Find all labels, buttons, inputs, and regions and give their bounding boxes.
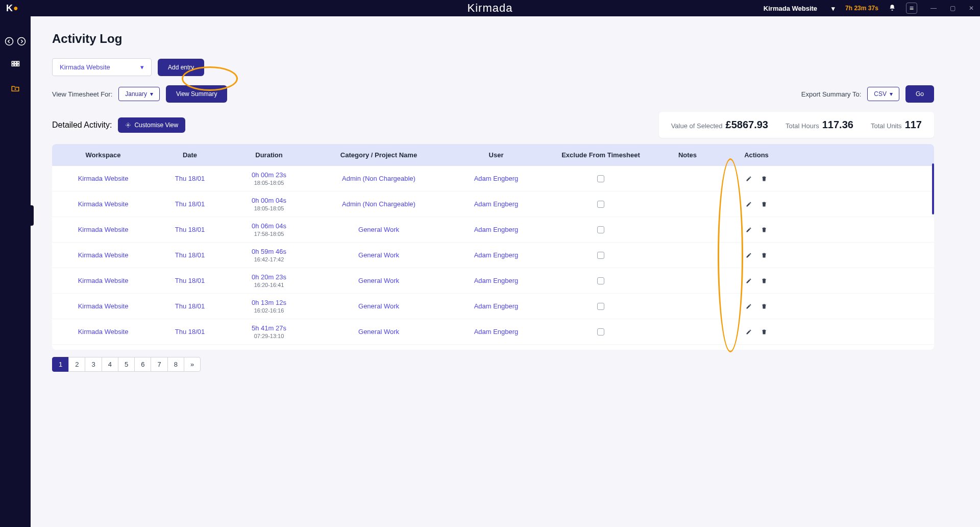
value-label: Value of Selected [671,122,723,130]
edit-icon[interactable] [746,278,752,284]
page-8[interactable]: 8 [167,357,184,372]
page-4[interactable]: 4 [102,357,118,372]
exclude-checkbox[interactable] [597,252,604,259]
page-3[interactable]: 3 [85,357,102,372]
delete-icon[interactable] [761,329,767,335]
cell-user: Adam Engberg [445,251,547,259]
exclude-checkbox[interactable] [597,328,604,336]
page-1[interactable]: 1 [52,357,69,372]
app-logo: K● [6,3,18,14]
col-notes: Notes [654,151,721,159]
view-summary-button[interactable]: View Summary [166,85,227,103]
col-exclude: Exclude From Timesheet [547,151,654,159]
cell-exclude [547,252,654,259]
cell-exclude [547,226,654,233]
export-format-select[interactable]: CSV ▾ [867,87,899,101]
cell-user: Adam Engberg [445,302,547,310]
main-content: Activity Log Kirmada Website ▾ Add entry… [31,16,980,527]
logo-dot: ● [13,4,18,13]
edit-icon[interactable] [746,176,752,182]
units-amount: 117 [905,119,922,130]
exclude-checkbox[interactable] [597,277,604,284]
workspace-select[interactable]: Kirmada Website ▾ [764,5,835,12]
gear-icon [125,122,131,128]
delete-icon[interactable] [761,252,767,258]
page-6[interactable]: 6 [134,357,151,372]
cell-workspace: Kirmada Website [52,175,154,182]
exclude-checkbox[interactable] [597,175,604,182]
grid-icon[interactable] [11,60,20,69]
cell-workspace: Kirmada Website [52,251,154,259]
svg-rect-4 [17,61,19,63]
svg-rect-6 [15,64,17,66]
export-label: Export Summary To: [801,90,862,98]
stats-panel: Value of Selected£5867.93 Total Hours117… [659,112,934,138]
edit-icon[interactable] [746,252,752,258]
edit-icon[interactable] [746,303,752,309]
cell-actions [721,252,792,258]
page-»[interactable]: » [184,357,201,372]
cell-exclude [547,303,654,310]
caret-down-icon: ▾ [140,63,144,71]
customise-view-button[interactable]: Customise View [118,117,185,133]
pagination: 12345678» [52,357,934,372]
delete-icon[interactable] [761,176,767,182]
month-select[interactable]: January ▾ [118,87,160,101]
top-bar: K● Kirmada Kirmada Website ▾ 7h 23m 37s … [0,0,980,16]
page-5[interactable]: 5 [118,357,135,372]
edit-icon[interactable] [746,227,752,233]
folder-add-icon[interactable] [11,84,20,93]
chevron-down-icon: ▾ [150,90,153,98]
cell-category: General Work [312,226,445,233]
exclude-checkbox[interactable] [597,226,604,233]
cell-date: Thu 18/01 [154,277,226,284]
cell-date: Thu 18/01 [154,175,226,182]
col-duration: Duration [226,151,312,159]
edit-icon[interactable] [746,329,752,335]
add-entry-button[interactable]: Add entry [158,59,204,76]
delete-icon[interactable] [761,227,767,233]
svg-point-8 [128,124,129,126]
close-icon[interactable]: ✕ [969,5,974,12]
workspace-filter[interactable]: Kirmada Website ▾ [52,58,152,76]
edit-icon[interactable] [746,201,752,207]
go-button[interactable]: Go [905,85,934,103]
cell-workspace: Kirmada Website [52,277,154,284]
month-label: January [125,90,147,98]
cell-date: Thu 18/01 [154,200,226,208]
page-title: Activity Log [52,32,934,46]
cell-category: Admin (Non Chargeable) [312,200,445,208]
app-name: Kirmada [468,2,513,15]
activity-table: Workspace Date Duration Category / Proje… [52,144,934,350]
delete-icon[interactable] [761,303,767,309]
nav-forward-icon[interactable] [17,37,26,46]
cell-exclude [547,277,654,284]
maximize-icon[interactable]: ▢ [950,5,955,12]
nav-back-icon[interactable] [5,37,14,46]
table-row: Kirmada Website Thu 18/01 0h 13m 12s16:0… [52,294,934,319]
cell-user: Adam Engberg [445,328,547,336]
cell-user: Adam Engberg [445,277,547,284]
svg-rect-3 [15,61,17,63]
menu-icon[interactable]: ≡ [906,3,917,14]
cell-exclude [547,201,654,208]
cell-actions [721,176,792,182]
hours-amount: 117.36 [822,119,853,130]
exclude-checkbox[interactable] [597,303,604,310]
delete-icon[interactable] [761,278,767,284]
customise-label: Customise View [134,122,178,129]
workspace-filter-label: Kirmada Website [60,63,110,71]
scrollbar[interactable] [932,163,934,214]
cell-exclude [547,175,654,182]
minimize-icon[interactable]: — [930,5,937,12]
svg-rect-2 [12,61,14,63]
page-2[interactable]: 2 [68,357,85,372]
exclude-checkbox[interactable] [597,201,604,208]
bell-icon[interactable] [889,4,896,13]
cell-user: Adam Engberg [445,226,547,233]
cell-workspace: Kirmada Website [52,302,154,310]
table-row: Kirmada Website Thu 18/01 0h 00m 23s18:0… [52,166,934,191]
delete-icon[interactable] [761,201,767,207]
cell-actions [721,278,792,284]
page-7[interactable]: 7 [151,357,167,372]
